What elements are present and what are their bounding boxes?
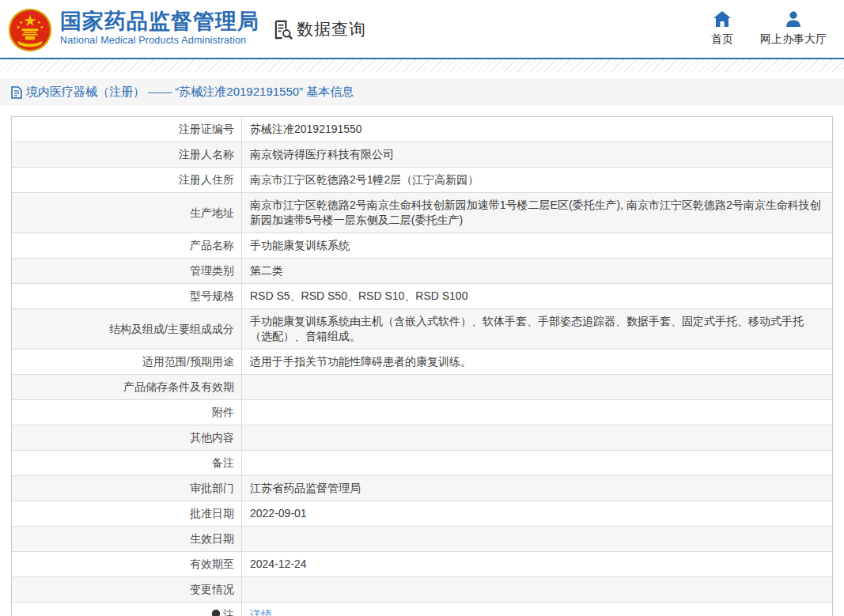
stripe-band [0, 59, 844, 72]
row-value: 南京市江宁区乾德路2号南京生命科技创新园加速带1号楼二层E区(委托生产), 南京… [242, 193, 832, 232]
national-emblem-logo[interactable] [8, 8, 52, 52]
table-row: 审批部门 江苏省药品监督管理局 [12, 476, 832, 501]
row-label-note: 注 [12, 603, 242, 616]
nav-service-hall-label: 网上办事大厅 [760, 32, 827, 47]
row-label: 型号规格 [12, 284, 242, 308]
row-value: 南京锐诗得医疗科技有限公司 [242, 142, 832, 167]
note-balloon-icon [211, 609, 221, 616]
row-value: RSD S5、RSD S50、RSD S10、RSD S100 [242, 284, 832, 308]
row-value [242, 451, 832, 475]
row-label: 注册人住所 [12, 168, 242, 192]
table-row: 附件 [12, 400, 832, 425]
table-row: 有效期至 2024-12-24 [12, 552, 832, 577]
table-row: 结构及组成/主要组成成分 手功能康复训练系统由主机（含嵌入式软件）、软体手套、手… [12, 309, 832, 350]
row-value: 第二类 [242, 259, 832, 283]
row-label: 产品储存条件及有效期 [12, 375, 242, 399]
document-search-icon [272, 19, 293, 40]
data-query-entry[interactable]: 数据查询 [272, 18, 366, 40]
row-value: 手功能康复训练系统 [242, 233, 832, 258]
row-label: 产品名称 [12, 233, 242, 258]
row-value: 2024-12-24 [242, 552, 832, 576]
row-value [242, 425, 832, 450]
header-nav: 首页 网上办事大厅 [711, 11, 827, 47]
row-value [242, 375, 832, 399]
row-label: 审批部门 [12, 476, 242, 501]
row-label: 结构及组成/主要组成成分 [12, 309, 242, 349]
national-emblem-icon [8, 8, 52, 52]
home-icon [713, 11, 731, 27]
row-label: 适用范围/预期用途 [12, 350, 242, 374]
table-row: 注册人名称 南京锐诗得医疗科技有限公司 [12, 142, 832, 168]
table-row: 注册证编号 苏械注准20192191550 [12, 117, 832, 142]
table-row: 管理类别 第二类 [12, 259, 832, 284]
row-value: 江苏省药品监督管理局 [242, 476, 832, 501]
site-title-block: 国家药品监督管理局 National Medical Products Admi… [60, 9, 259, 46]
row-label: 附件 [12, 400, 242, 425]
registration-detail-table: 注册证编号 苏械注准20192191550 注册人名称 南京锐诗得医疗科技有限公… [11, 116, 833, 616]
row-label: 生效日期 [12, 527, 242, 551]
row-value: 南京市江宁区乾德路2号1幢2层（江宁高新园） [242, 168, 832, 192]
table-row: 备注 [12, 451, 832, 476]
row-value [242, 577, 832, 602]
row-value: 手功能康复训练系统由主机（含嵌入式软件）、软体手套、手部姿态追踪器、数据手套、固… [242, 309, 832, 349]
table-row: 其他内容 [12, 425, 832, 451]
row-label: 其他内容 [12, 425, 242, 450]
table-row: 变更情况 [12, 577, 832, 603]
table-row: 注 详情 [12, 603, 832, 616]
row-value [242, 527, 832, 551]
table-row: 生产地址 南京市江宁区乾德路2号南京生命科技创新园加速带1号楼二层E区(委托生产… [12, 193, 832, 233]
row-label: 注册证编号 [12, 117, 242, 142]
table-row: 产品名称 手功能康复训练系统 [12, 233, 832, 259]
breadcrumb: 境内医疗器械（注册） —— “苏械注准20192191550” 基本信息 [0, 78, 844, 106]
table-row: 注册人住所 南京市江宁区乾德路2号1幢2层（江宁高新园） [12, 168, 832, 193]
row-value: 苏械注准20192191550 [242, 117, 832, 142]
row-label: 变更情况 [12, 577, 242, 602]
row-label: 注册人名称 [12, 142, 242, 167]
site-title: 国家药品监督管理局 [60, 9, 259, 33]
table-row: 批准日期 2022-09-01 [12, 501, 832, 527]
row-value [242, 400, 832, 425]
note-label: 注 [223, 607, 234, 616]
table-row: 生效日期 [12, 527, 832, 552]
nav-item-home[interactable]: 首页 [711, 11, 733, 47]
header: 国家药品监督管理局 National Medical Products Admi… [0, 0, 844, 58]
row-label: 批准日期 [12, 501, 242, 526]
page-icon [11, 86, 22, 99]
row-label: 管理类别 [12, 259, 242, 283]
table-row: 型号规格 RSD S5、RSD S50、RSD S10、RSD S100 [12, 284, 832, 309]
user-icon [785, 11, 801, 27]
breadcrumb-text: 境内医疗器械（注册） —— “苏械注准20192191550” 基本信息 [26, 85, 354, 100]
nav-home-label: 首页 [711, 32, 733, 47]
row-value: 适用于手指关节功能性障碍患者的康复训练。 [242, 350, 832, 374]
site-subtitle: National Medical Products Administration [60, 35, 259, 46]
data-query-label: 数据查询 [297, 18, 366, 40]
row-label: 备注 [12, 451, 242, 475]
row-label: 生产地址 [12, 193, 242, 232]
row-value: 2022-09-01 [242, 501, 832, 526]
nav-item-service-hall[interactable]: 网上办事大厅 [760, 11, 827, 47]
table-row: 产品储存条件及有效期 [12, 375, 832, 400]
table-row: 适用范围/预期用途 适用于手指关节功能性障碍患者的康复训练。 [12, 350, 832, 375]
row-label: 有效期至 [12, 552, 242, 576]
row-value: 详情 [242, 603, 832, 616]
details-link[interactable]: 详情 [250, 607, 272, 616]
